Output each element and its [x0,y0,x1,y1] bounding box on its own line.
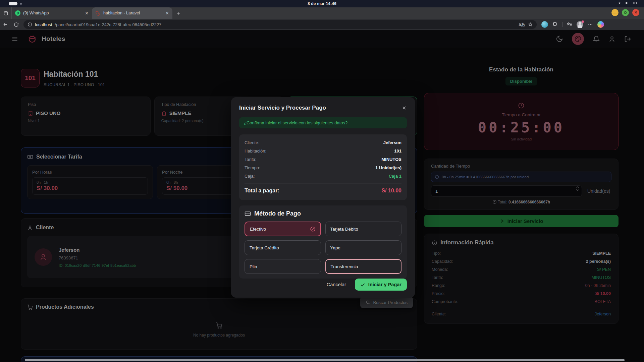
resumen-row: Habitación:101 [245,147,401,155]
tab-close-icon[interactable]: ✕ [85,11,89,16]
pay-method-plin[interactable]: Plin [245,259,321,274]
more-menu-icon[interactable] [588,22,593,27]
address-bar[interactable]: localhost/panel/cuarto/019caa1e-242c-728… [23,20,537,29]
battery-icon [633,1,638,5]
credit-card-icon [245,210,251,217]
pay-method-yape[interactable]: Yape [325,240,402,255]
resumen-row: Tiempo:1 Unidad(es) [245,164,401,172]
tab-whatsapp[interactable]: 9 (9) WhatsApp ✕ [11,7,92,19]
extensions-puzzle-icon[interactable] [552,22,558,27]
toolbar-extensions [541,21,604,28]
pay-method-tarjeta-credito[interactable]: Tarjeta Crédito [245,240,321,255]
horizontal-scrollbar[interactable] [25,359,625,361]
tab-label: habitacion - Laravel [103,11,163,15]
cancel-button[interactable]: Cancelar [327,282,346,287]
back-button[interactable] [0,22,11,27]
workspace-indicator[interactable] [9,2,22,5]
new-tab-button[interactable] [172,7,184,19]
window-minimize-button[interactable]: — [611,9,619,16]
volume-icon [625,1,630,5]
browser-tab-bar: 9 (9) WhatsApp ✕ habitacion - Laravel ✕ … [0,7,644,19]
iniciar-y-pagar-button[interactable]: Iniciar y Pagar [355,279,407,291]
screen: 8 de mar 14:46 9 (9) WhatsApp ✕ habitaci… [0,0,644,362]
resumen-row: Caja:Caja 1 [245,172,401,180]
extension-avatar-icon[interactable] [541,21,548,28]
translate-icon[interactable]: aあ [519,22,525,27]
pago-modal: Iniciar Servicio y Procesar Pago ¿Confir… [231,97,415,298]
tab-overview-button[interactable] [0,7,11,19]
system-clock[interactable]: 8 de mar 14:46 [308,1,336,6]
total-a-pagar: S/ 10.00 [381,188,401,194]
profile-notification-dot [582,20,584,23]
window-controls: — ✕ [611,9,639,16]
favorites-bar-icon[interactable] [567,22,572,27]
url-host: localhost [35,22,52,27]
toolbar-divider [562,22,562,27]
workspace-dot-icon [20,3,22,5]
metodo-pago-heading: Método de Pago [254,210,301,217]
close-icon[interactable] [401,105,407,111]
laravel-favicon [95,10,101,16]
page-viewport: Hoteles 101 Habitación 101 SUCURSAL 1 - … [0,30,644,362]
bookmark-star-icon[interactable] [528,22,533,27]
total-row: Total a pagar: S/ 10.00 [245,185,401,196]
browser-toolbar: localhost/panel/cuarto/019caa1e-242c-728… [0,19,644,30]
whatsapp-favicon: 9 [15,10,20,16]
metodo-pago-section: Método de Pago Efectivo Tarjeta Débito T… [239,205,407,279]
tab-close-icon[interactable]: ✕ [165,11,169,16]
site-info-icon[interactable] [28,22,32,27]
modal-title: Iniciar Servicio y Procesar Pago [239,105,326,111]
pay-method-efectivo[interactable]: Efectivo [245,222,321,236]
tab-habitacion[interactable]: habitacion - Laravel ✕ [92,7,172,19]
check-icon [360,282,365,287]
resumen-row: Cliente:Jeferson [245,138,401,147]
system-bar: 8 de mar 14:46 [0,0,644,7]
check-circle-icon [310,226,316,232]
resumen-row: Tarifa:MINUTOS [245,155,401,164]
pay-method-transferencia[interactable]: Transferencia [325,259,402,274]
window-close-button[interactable]: ✕ [632,9,639,16]
tab-label: (9) WhatsApp [23,11,82,15]
window-maximize-button[interactable] [622,9,629,16]
resumen-card: Cliente:Jeferson Habitación:101 Tarifa:M… [239,134,407,200]
pay-method-tarjeta-debito[interactable]: Tarjeta Débito [325,222,402,236]
system-tray[interactable] [617,1,638,5]
confirm-alert: ¿Confirma iniciar el servicio con los si… [239,117,407,128]
profile-avatar[interactable] [577,21,583,28]
divider [245,183,401,183]
url-path: /panel/cuarto/019caa1e-242c-728f-afec-08… [55,22,161,27]
copilot-icon[interactable] [597,21,604,28]
workspace-pill-icon [9,2,17,5]
refresh-button[interactable] [11,22,21,27]
wifi-icon [617,1,622,5]
